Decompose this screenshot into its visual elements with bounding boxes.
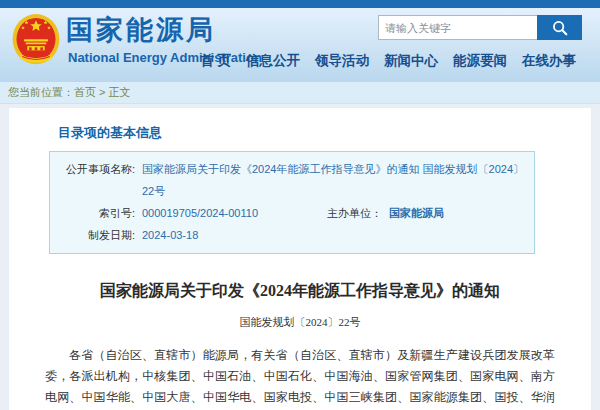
main-nav: 首 页 信息公开 领导活动 新闻中心 能源要闻 在线办事 [200,52,576,70]
nav-item-home[interactable]: 首 页 [200,52,231,70]
top-strip [0,0,600,8]
name-value: 国家能源局关于印发《2024年能源工作指导意见》的通知 国能发规划〔2024〕2… [135,158,534,202]
breadcrumb-prefix: 您当前位置： [8,86,74,98]
article-title: 国家能源局关于印发《2024年能源工作指导意见》的通知 [9,281,591,302]
nav-item-news-center[interactable]: 新闻中心 [384,52,438,70]
search-button[interactable] [537,15,582,40]
page: 国家能源局 National Energy Administration 首 页… [0,0,600,410]
info-row-date: 制发日期: 2024-03-18 [50,224,534,246]
index-label: 索引号: [50,202,135,224]
org-label: 主办单位： [292,202,382,224]
info-row-index-org: 索引号: 000019705/2024-00110 主办单位： 国家能源局 [50,202,534,224]
article-body: 各省（自治区、直辖市）能源局，有关省（自治区、直辖市）及新疆生产建设兵团发展改革… [45,345,555,410]
search-bar [378,15,582,40]
directory-section-title: 目录项的基本信息 [58,124,591,142]
search-input[interactable] [378,15,537,40]
article-paragraph: 各省（自治区、直辖市）能源局，有关省（自治区、直辖市）及新疆生产建设兵团发展改革… [45,345,555,410]
breadcrumb-home-link[interactable]: 首页 [74,86,96,98]
nav-item-energy-news[interactable]: 能源要闻 [453,52,507,70]
info-row-name: 公开事项名称: 国家能源局关于印发《2024年能源工作指导意见》的通知 国能发规… [50,158,534,202]
nav-item-info-disclosure[interactable]: 信息公开 [246,52,300,70]
article-doc-number: 国能发规划〔2024〕22号 [9,315,591,330]
breadcrumb: 您当前位置：首页>正文 [0,82,600,104]
magnifier-icon [551,19,569,37]
date-value: 2024-03-18 [135,224,198,246]
breadcrumb-current: 正文 [108,86,130,98]
china-national-emblem-icon [10,11,62,69]
date-label: 制发日期: [50,224,135,246]
nav-item-leadership[interactable]: 领导活动 [315,52,369,70]
name-label: 公开事项名称: [50,158,135,202]
index-value: 000019705/2024-00110 [135,202,292,224]
content-card: 目录项的基本信息 公开事项名称: 国家能源局关于印发《2024年能源工作指导意见… [8,107,592,410]
org-value: 国家能源局 [382,202,444,224]
site-title-chinese: 国家能源局 [66,12,216,48]
directory-info-box: 公开事项名称: 国家能源局关于印发《2024年能源工作指导意见》的通知 国能发规… [49,151,535,254]
breadcrumb-separator: > [99,86,105,98]
site-header: 国家能源局 National Energy Administration 首 页… [0,8,600,82]
nav-item-online-services[interactable]: 在线办事 [522,52,576,70]
